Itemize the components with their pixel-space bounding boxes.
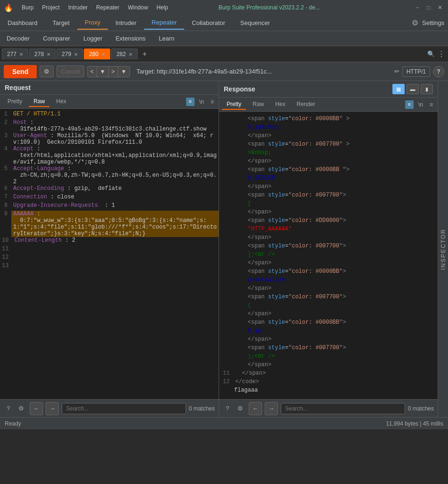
resp-tab-raw[interactable]: Raw [248,99,269,110]
response-content[interactable]: <span style="color: #0000BB" > $_ip&nbsp… [219,112,438,399]
resp-search-matches: 0 matches [408,405,434,412]
maximize-button[interactable]: □ [424,3,433,12]
menu-intruder[interactable]: Intruder [65,3,91,12]
menu-window[interactable]: Window [124,3,152,12]
resp-line-32: 12 </code> [221,378,436,387]
close-tab-282[interactable]: ✕ [129,52,132,57]
nav-extensions[interactable]: Extensions [109,33,152,44]
resp-line-9: </span> [221,183,436,192]
resp-search-input[interactable] [281,403,405,414]
settings-gear-button[interactable]: ⚙ [40,66,54,77]
more-options-icon[interactable]: ⋮ [438,49,445,58]
resp-line-19: <span style="color: #0000BB"> [221,268,436,277]
edit-target-icon[interactable]: ✏ [394,68,399,75]
req-search-back-button[interactable]: ← [30,402,43,415]
request-content[interactable]: 1 GET / HTTP/1.1 2 Host : 31fe14fb-277a-… [0,109,219,399]
resp-line-18: </span> [221,260,436,268]
inspector-label[interactable]: INSPECTOR [440,229,447,270]
resp-line-15: </span> [221,234,436,243]
nav-forward-button[interactable]: > [109,66,118,77]
menu-help[interactable]: Help [153,3,172,12]
nav-comparer[interactable]: Comparer [36,33,77,44]
nav-sequencer[interactable]: Sequencer [233,16,277,29]
status-bar: Ready 11,994 bytes | 45 millis [0,417,448,429]
view-horizontal-button[interactable]: ▬ [407,84,419,94]
resp-search-help-icon[interactable]: ? [223,404,232,413]
nav-forward-down-button[interactable]: ▼ [118,66,130,77]
req-tab-raw[interactable]: Raw [29,97,49,107]
req-format-icon[interactable]: ≡ [186,98,195,106]
req-line-4: 4 Accept : text/html,application/xhtml+x… [0,146,219,165]
req-line-6: 6 Accept-Encoding : gzip, deflate [0,185,219,194]
resp-line-23: ( [221,302,436,311]
resp-tab-pretty[interactable]: Pretty [222,99,246,110]
req-tab-279[interactable]: 279 ✕ [57,49,83,59]
resp-format-icon[interactable]: ≡ [405,100,414,109]
search-icon[interactable]: 🔍 [427,50,435,57]
nav-decoder[interactable]: Decoder [0,33,36,44]
cancel-button[interactable]: Cancel [57,66,84,77]
close-tab-278[interactable]: ✕ [47,52,50,57]
resp-search-back-button[interactable]: ← [249,402,262,415]
nav-back-down-button[interactable]: ▼ [97,66,109,77]
resp-line-28: <span style="color: #007700"> [221,345,436,353]
req-search-settings-icon[interactable]: ⚙ [16,404,27,413]
req-search-forward-button[interactable]: → [46,402,59,415]
nav-collaborator[interactable]: Collaborator [184,16,233,29]
close-tab-277[interactable]: ✕ [19,52,23,57]
resp-more-icon[interactable]: ≡ [428,100,435,109]
req-search-input[interactable] [62,403,186,414]
view-split-button[interactable]: ▦ [392,84,405,94]
status-bytes: 11,994 bytes | 45 millis [386,420,443,427]
resp-line-12: </span> [221,209,436,217]
settings-label[interactable]: Settings [422,19,444,26]
req-tab-282[interactable]: 282 ✕ [111,49,138,59]
nav-dashboard[interactable]: Dashboard [0,16,45,29]
request-tab-bar: 277 ✕ 278 ✕ 279 ✕ 280 ✕ 282 ✕ + 🔍 ⋮ [0,46,448,62]
add-tab-button[interactable]: + [138,48,150,60]
response-panel-header-row: Response ▦ ▬ ▮ [219,81,438,98]
window-controls: − □ ✕ [413,3,444,12]
resp-line-5: =&nbsp; [221,149,436,158]
response-panel-tabs: Pretty Raw Hex Render ≡ \n ≡ [219,98,438,112]
close-button[interactable]: ✕ [436,3,444,12]
req-panel-right-controls: ≡ \n ≡ [186,98,216,106]
close-tab-280[interactable]: ✕ [101,52,105,57]
resp-tab-render[interactable]: Render [292,99,320,110]
nav-repeater[interactable]: Repeater [144,16,184,30]
req-search-help-icon[interactable]: ? [4,404,13,413]
nav-learn[interactable]: Learn [152,33,181,44]
view-vertical-button[interactable]: ▮ [421,84,433,94]
nav-proxy[interactable]: Proxy [77,16,108,30]
req-tab-278[interactable]: 278 ✕ [29,49,56,59]
req-tab-280[interactable]: 280 ✕ [84,49,110,59]
req-tab-hex[interactable]: Hex [51,97,71,107]
req-tab-pretty[interactable]: Pretty [3,97,27,107]
req-line-11: 11 [0,246,219,254]
inspector-sidebar[interactable]: INSPECTOR [438,81,448,417]
resp-line-6: </span> [221,158,436,166]
menu-repeater[interactable]: Repeater [92,3,123,12]
resp-tab-hex[interactable]: Hex [270,99,290,110]
status-text: Ready [5,420,21,427]
nav-intruder[interactable]: Intruder [108,16,144,29]
req-tab-277[interactable]: 277 ✕ [2,49,28,59]
nav-target[interactable]: Target [45,16,77,29]
send-button[interactable]: Send [4,65,37,78]
req-more-icon[interactable]: ≡ [209,98,216,106]
resp-search-forward-button[interactable]: → [265,402,278,415]
menu-burp[interactable]: Burp [18,3,37,12]
resp-newline-icon[interactable]: \n [416,100,425,109]
settings-icon[interactable]: ⚙ [412,18,418,27]
req-line-8: 8 Upgrade-Insecure-Requests : 1 [0,202,219,211]
resp-line-3: </span> [221,132,436,141]
resp-search-settings-icon[interactable]: ⚙ [235,404,246,413]
req-newline-icon[interactable]: \n [197,98,206,106]
app-logo: 🔥 [4,3,13,12]
menu-project[interactable]: Project [38,3,63,12]
close-tab-279[interactable]: ✕ [74,52,78,57]
nav-logger[interactable]: Logger [77,33,109,44]
nav-back-button[interactable]: < [88,66,97,77]
help-button[interactable]: ? [433,66,444,77]
minimize-button[interactable]: − [413,3,422,12]
